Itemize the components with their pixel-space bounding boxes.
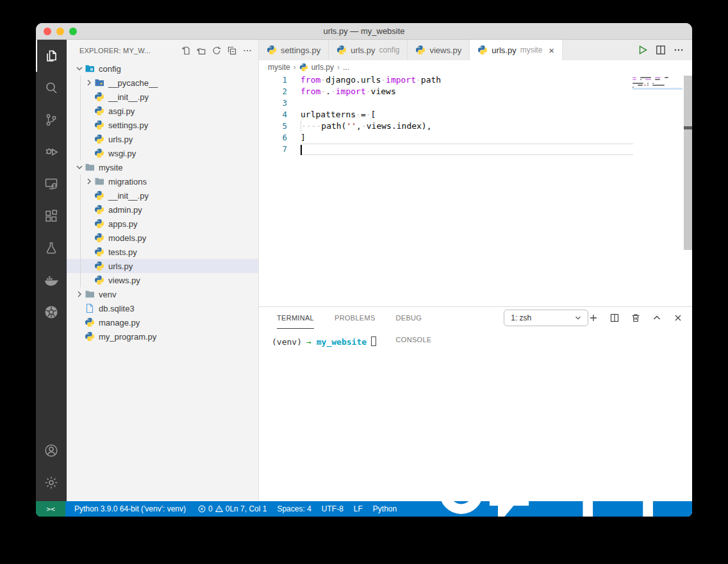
- editor-scrollbar[interactable]: [683, 74, 692, 306]
- run-debug-icon: [44, 144, 59, 160]
- activity-kubernetes[interactable]: [36, 296, 67, 328]
- editor-tab-settings-py[interactable]: settings.py: [259, 40, 329, 60]
- tree-item-label: views.py: [108, 276, 140, 285]
- code-lines: 1 from·django.urls·import·path 2 from·.·…: [259, 74, 692, 155]
- panel-tab-terminal[interactable]: TERMINAL: [277, 307, 314, 329]
- tree-item-asgi-py[interactable]: asgi.py: [67, 104, 258, 118]
- tree-item-label: migrations: [108, 177, 147, 187]
- desktop-background: urls.py — my_website EXPLORER: MY_W... c…: [0, 0, 728, 564]
- tree-item-config[interactable]: config: [67, 62, 258, 76]
- editor-tab-urls-py-config[interactable]: urls.py config: [329, 40, 408, 60]
- activity-extensions[interactable]: [36, 200, 67, 232]
- close-panel-icon[interactable]: [673, 313, 683, 323]
- tree-item-settings-py[interactable]: settings.py: [67, 118, 258, 132]
- tree-item-mysite[interactable]: mysite: [67, 160, 258, 174]
- code-line-2[interactable]: 2 from·.·import·views: [259, 86, 692, 97]
- run-icon[interactable]: [637, 44, 649, 56]
- panel-tab-debug-console[interactable]: DEBUG CONSOLE: [396, 307, 437, 329]
- tree-item-urls-py[interactable]: urls.py: [67, 259, 258, 273]
- panel-tab-problems[interactable]: PROBLEMS: [335, 307, 376, 329]
- breadcrumb-item-urls-py[interactable]: urls.py: [311, 63, 334, 72]
- terminal-venv-label: (venv): [272, 337, 302, 347]
- activity-search[interactable]: [36, 72, 67, 104]
- editor-tab-views-py[interactable]: views.py: [408, 40, 470, 60]
- activity-run-debug[interactable]: [36, 136, 67, 168]
- activity-docker[interactable]: [36, 264, 67, 296]
- new-folder-icon[interactable]: [195, 45, 207, 56]
- activity-explorer[interactable]: [36, 40, 67, 72]
- problems-status[interactable]: 0 0: [197, 504, 229, 513]
- workbench: EXPLORER: MY_W... config __pycache__ __i…: [36, 40, 692, 501]
- encoding-status[interactable]: UTF-8: [322, 504, 343, 513]
- refresh-icon[interactable]: [211, 45, 222, 56]
- tree-item--init-py[interactable]: __init__.py: [67, 90, 258, 104]
- remote-indicator[interactable]: ><: [36, 501, 65, 517]
- breadcrumb-item-mysite[interactable]: mysite: [268, 63, 290, 72]
- search-icon: [44, 80, 59, 95]
- tree-item-label: __init__.py: [108, 92, 149, 102]
- more-actions-icon[interactable]: [242, 45, 253, 56]
- tree-item-tests-py[interactable]: tests.py: [67, 245, 258, 259]
- tree-item-migrations[interactable]: migrations: [67, 174, 258, 188]
- python-icon: [94, 92, 104, 102]
- tree-item-db-sqlite3[interactable]: db.sqlite3: [67, 301, 258, 315]
- tree-item-admin-py[interactable]: admin.py: [67, 203, 258, 217]
- tree-item-views-py[interactable]: views.py: [67, 273, 258, 287]
- tree-item-apps-py[interactable]: apps.py: [67, 217, 258, 231]
- code-line-7[interactable]: 7: [259, 144, 692, 155]
- line-number: 4: [259, 109, 287, 120]
- collapse-all-icon[interactable]: [226, 45, 238, 56]
- chevron-down-icon: [74, 162, 85, 172]
- tree-item--pycache-[interactable]: __pycache__: [67, 76, 258, 90]
- line-number: 6: [259, 132, 287, 144]
- notifications-bell-icon[interactable]: [551, 442, 684, 517]
- python-interpreter-status[interactable]: Python 3.9.0 64-bit ('venv': venv): [74, 504, 186, 513]
- code-line-4[interactable]: 4 urlpatterns·=·[: [259, 109, 692, 120]
- tab-label: views.py: [429, 46, 461, 55]
- tree-item-manage-py[interactable]: manage.py: [67, 315, 258, 329]
- explorer-header: EXPLORER: MY_W...: [67, 40, 258, 62]
- tab-label: urls.py: [492, 46, 516, 55]
- tree-item-wsgi-py[interactable]: wsgi.py: [67, 146, 258, 160]
- activity-remote-explorer[interactable]: [36, 168, 67, 200]
- title-bar: urls.py — my_website: [36, 23, 692, 40]
- activity-source-control[interactable]: [36, 104, 67, 136]
- code-line-6[interactable]: 6 ]: [259, 132, 692, 144]
- scrollbar-thumb[interactable]: [684, 76, 692, 250]
- warning-count: 0: [226, 504, 230, 513]
- terminal-picker-dropdown[interactable]: 1: zsh: [504, 310, 588, 326]
- panel-header: TERMINALPROBLEMSDEBUG CONSOLE 1: zsh: [259, 307, 692, 329]
- code-line-3[interactable]: 3: [259, 97, 692, 109]
- vscode-window: urls.py — my_website EXPLORER: MY_W... c…: [36, 23, 692, 517]
- indentation-status[interactable]: Spaces: 4: [277, 504, 311, 513]
- eol-status[interactable]: LF: [354, 504, 363, 513]
- feedback-icon[interactable]: [407, 442, 540, 517]
- language-mode-status[interactable]: Python: [373, 504, 397, 513]
- close-tab-icon[interactable]: ×: [549, 46, 554, 55]
- tree-item-my-program-py[interactable]: my_program.py: [67, 329, 258, 344]
- code-line-5[interactable]: 5 ····path('',·views.index),: [259, 120, 692, 132]
- tree-item-urls-py[interactable]: urls.py: [67, 132, 258, 146]
- maximize-panel-icon[interactable]: [652, 313, 662, 323]
- tree-item-models-py[interactable]: models.py: [67, 231, 258, 245]
- new-file-icon[interactable]: [180, 45, 192, 56]
- new-terminal-icon[interactable]: [588, 313, 599, 323]
- terminal-prompt[interactable]: (venv)→my_website: [272, 336, 692, 347]
- tree-item--init-py[interactable]: __init__.py: [67, 188, 258, 203]
- cursor-position-status[interactable]: Ln 7, Col 1: [229, 504, 267, 513]
- split-editor-icon[interactable]: [655, 44, 666, 56]
- more-actions-icon[interactable]: [673, 44, 684, 56]
- editor-cursor: [301, 145, 302, 155]
- code-line-1[interactable]: 1 from·django.urls·import·path: [259, 74, 692, 86]
- minimap[interactable]: [633, 76, 682, 90]
- kill-terminal-icon[interactable]: [631, 313, 641, 323]
- editor-tab-urls-py-mysite[interactable]: urls.py mysite ×: [470, 40, 563, 60]
- testing-icon: [44, 240, 59, 256]
- split-terminal-icon[interactable]: [609, 313, 620, 323]
- tree-item-venv[interactable]: venv: [67, 287, 258, 301]
- activity-account[interactable]: [36, 435, 67, 467]
- activity-settings-gear[interactable]: [36, 467, 67, 499]
- code-editor[interactable]: 1 from·django.urls·import·path 2 from·.·…: [259, 74, 692, 306]
- activity-testing[interactable]: [36, 232, 67, 264]
- breadcrumb-item--[interactable]: ...: [343, 63, 349, 72]
